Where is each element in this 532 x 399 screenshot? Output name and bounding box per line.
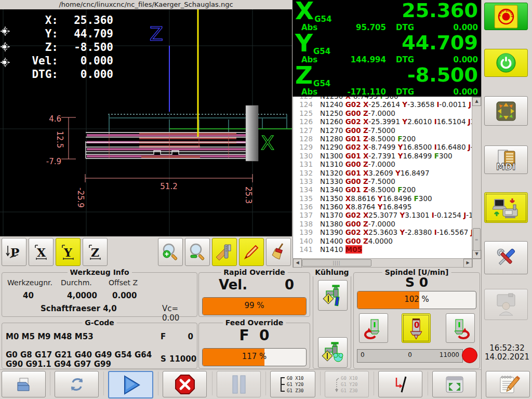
view-p-button[interactable]: P <box>2 238 26 266</box>
overlay-vel-label: Vel: <box>8 54 58 68</box>
scroll-right-icon[interactable]: ▶ <box>463 259 472 268</box>
gcode-line-text: N1230 X-8.7499 F300 <box>320 97 398 100</box>
gcode-line[interactable]: 137N1370 G02 X25.3077 Y3.1301 I-0.1254 J… <box>293 211 472 219</box>
clock-date: 14.02.2021 <box>482 353 532 362</box>
edit-gcode-button[interactable] <box>486 371 530 397</box>
feed-override-bar[interactable]: 117 % <box>202 348 307 366</box>
machine-on-button[interactable] <box>484 49 528 77</box>
gcode-line[interactable]: 141N1410 M05 <box>293 245 472 254</box>
gcode-horizontal-scrollbar[interactable]: ◀ ▶ |||| <box>292 258 473 268</box>
spindle-stop-button[interactable]: 0 <box>402 313 431 343</box>
spindle-cw-button[interactable] <box>446 313 475 343</box>
svg-text:4.6: 4.6 <box>49 114 61 124</box>
zoom-out-button[interactable] <box>185 238 210 266</box>
settings-button[interactable] <box>484 241 528 274</box>
gremlin-preview[interactable]: Z X 4.6 12.5 -7.9 51.2 -25.9 25.3 <box>0 9 292 236</box>
gcode-line-text: N1370 G02 X25.3077 Y3.1301 I-0.1254 J-16… <box>320 211 472 219</box>
gcode-line-text: N1340 G01 Z-8.5000 F200 <box>320 185 416 194</box>
gcode-line[interactable]: 140N1400 G00 Z4.0000 <box>293 237 472 245</box>
flood-coolant-button[interactable] <box>318 280 348 311</box>
velocity-value: 0 <box>285 277 294 292</box>
skip-block-button[interactable] <box>378 371 422 397</box>
step-mode-button[interactable]: G0 X10G1 Y20G1 Z30 <box>270 371 315 397</box>
svg-text:-7.9: -7.9 <box>46 157 61 166</box>
open-file-button[interactable] <box>2 371 46 397</box>
user-settings-button[interactable] <box>484 289 528 320</box>
clear-plot-button[interactable] <box>266 238 291 266</box>
gcode-line[interactable]: 124N1240 G02 X-25.2614 Y-3.3658 I-0.0011… <box>293 100 472 109</box>
view-x-button[interactable]: X <box>29 238 54 266</box>
svg-text:12.5: 12.5 <box>55 131 64 148</box>
axis-letter: Y <box>295 32 313 54</box>
gcode-line[interactable]: 128N1280 G01 Z-8.5000 F200 <box>293 135 472 143</box>
spindle-speed-display: S 0 <box>354 275 480 290</box>
stop-program-button[interactable] <box>163 371 207 397</box>
coolant-title: Kühlung <box>312 268 351 276</box>
scroll-down-icon[interactable]: ▼ <box>472 250 481 259</box>
dro-overlay: X:25.360 Y:44.709 Z:-8.500 Vel:0.000 DTG… <box>8 14 113 81</box>
dro-axis-x[interactable]: XG54 25.360 Abs95.705DTG0.000 <box>292 0 481 32</box>
z-axis-letter: Z <box>150 22 163 45</box>
show-dimensions-button[interactable] <box>212 238 237 266</box>
gcode-line-number: 123 <box>293 97 320 100</box>
overlay-y-value: 44.709 <box>58 27 113 41</box>
gcode-line[interactable]: 135N1350 X8.8616 Y16.8496 F300 <box>293 194 472 203</box>
run-from-line-button[interactable]: G0 X10G1 Y20G1 Z30 <box>325 371 369 397</box>
vertical-scroll-thumb[interactable]: ≡ <box>473 228 481 251</box>
spindle-speed-scale[interactable]: 0 0 11000 <box>357 349 463 363</box>
gcode-line[interactable]: 129N1290 G02 X-8.7499 Y16.8500 I16.6480 … <box>293 143 472 151</box>
horizontal-scroll-thumb[interactable]: |||| <box>302 259 371 267</box>
view-y-button[interactable]: Y <box>56 238 81 266</box>
pause-program-button[interactable] <box>217 371 261 397</box>
gcode-line[interactable]: 127N1270 G00 Z-7.5000 <box>293 126 472 135</box>
dro-panel[interactable]: XG54 25.360 Abs95.705DTG0.000 YG54 44.70… <box>292 0 481 97</box>
manual-mode-button[interactable] <box>484 96 528 126</box>
gcode-line[interactable]: 139N1390 G02 X25.3603 Y-2.8380 I-16.5567… <box>293 228 472 236</box>
axis-value: 44.709 <box>402 31 478 54</box>
reload-file-button[interactable] <box>55 371 99 397</box>
zoom-in-button[interactable] <box>158 238 183 266</box>
gcode-line-text: N1330 G00 Z-7.5000 <box>320 177 395 185</box>
gcode-line[interactable]: 126N1260 G02 X-25.3991 Y2.6010 I16.5104 … <box>293 117 472 126</box>
overlay-z-label: Z: <box>8 41 58 54</box>
auto-mode-button[interactable] <box>484 192 528 223</box>
fullscreen-button[interactable] <box>432 371 476 397</box>
gcode-line-number: 131 <box>293 160 320 168</box>
draw-path-button[interactable] <box>239 238 264 266</box>
svg-text:G0 X10: G0 X10 <box>287 376 304 381</box>
gcode-line[interactable]: 133N1330 G00 Z-7.5000 <box>293 177 472 185</box>
dro-axis-y[interactable]: YG54 44.709 Abs144.994DTG0.000 <box>292 32 481 64</box>
spindle-override-bar[interactable]: 102 % <box>357 291 476 309</box>
overlay-dtg-value: 0.000 <box>58 68 113 81</box>
gcode-line-number: 127 <box>293 126 320 135</box>
gcode-line[interactable]: 130N1300 G01 X-2.7391 Y16.8499 F300 <box>293 152 472 160</box>
gcode-line[interactable]: 138N1380 G00 Z-7.0000 <box>293 220 472 228</box>
gcode-line[interactable]: 136N1360 X8.8764 Y16.8495 <box>293 203 472 211</box>
run-program-button[interactable] <box>108 371 153 398</box>
tool-number-header: Werkzeugnr. <box>7 278 52 287</box>
gcode-listing[interactable]: 123N1230 X-8.7499 F300124N1240 G02 X-25.… <box>292 97 472 258</box>
view-z-button[interactable]: Z <box>83 238 108 266</box>
rapid-override-percent: 99 % <box>203 298 306 315</box>
overlay-vel-value: 0.000 <box>58 54 113 68</box>
gcode-line[interactable]: 125N1250 G00 Z-7.0000 <box>293 109 472 117</box>
gcode-line-number: 126 <box>293 117 320 126</box>
gcode-line-number: 135 <box>293 194 320 203</box>
gcode-line[interactable]: 123N1230 X-8.7499 F300 <box>293 97 472 100</box>
gcode-line-number: 136 <box>293 203 320 211</box>
scroll-up-icon[interactable]: ▲ <box>472 97 481 106</box>
mdi-mode-button[interactable]: MDI <box>484 145 528 174</box>
mist-coolant-button[interactable] <box>318 337 348 368</box>
gcode-line[interactable]: 134N1340 G01 Z-8.5000 F200 <box>293 185 472 194</box>
gcode-line[interactable]: 131N1310 G00 Z-7.0000 <box>293 160 472 168</box>
scroll-left-icon[interactable]: ◀ <box>293 259 302 268</box>
gcode-vertical-scrollbar[interactable]: ▲ ▼ ≡ <box>472 97 482 259</box>
clock-display: 16:52:32 14.02.2021 <box>482 344 532 362</box>
gcode-line[interactable]: 132N1320 G01 X3.2609 Y16.8497 <box>293 169 472 177</box>
velocity-label: Vel. <box>219 277 247 292</box>
spindle-ccw-button[interactable] <box>359 313 388 343</box>
svg-text:Y: Y <box>63 246 72 259</box>
rapid-override-bar[interactable]: 99 % <box>202 297 307 315</box>
estop-button[interactable]: Emergency-Stop <box>484 3 528 30</box>
dro-axis-z[interactable]: ZG54 -8.500 Abs-171.110DTG0.000 <box>292 64 481 97</box>
